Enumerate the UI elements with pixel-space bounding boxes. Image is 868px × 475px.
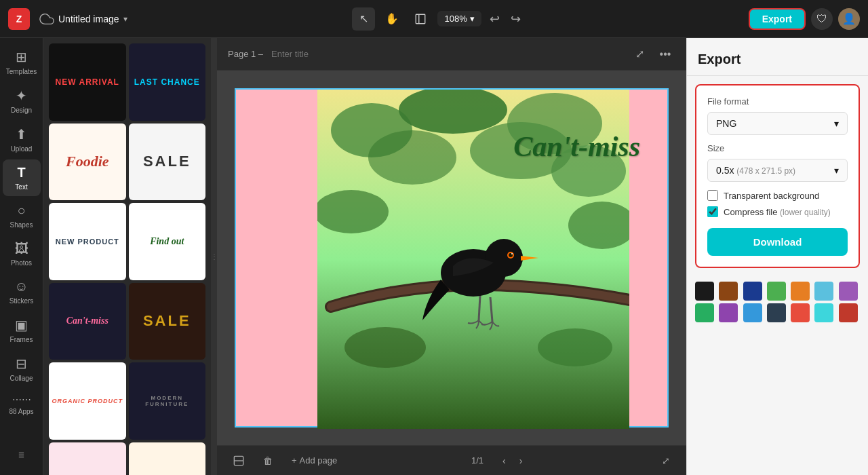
svg-point-19	[538, 328, 612, 366]
cloud-icon	[39, 12, 54, 26]
bottom-icon: ☰	[18, 451, 24, 459]
stickers-icon: ☺	[14, 279, 28, 294]
redo-button[interactable]: ↪	[508, 9, 524, 29]
sidebar-item-design[interactable]: ✦ Design	[3, 82, 41, 119]
select-tool-button[interactable]: ↖	[352, 7, 375, 31]
canvas-text[interactable]: Can't-miss	[513, 130, 640, 163]
prev-page-button[interactable]: ‹	[497, 453, 511, 469]
canvas-area: Page 1 – ⤢ •••	[217, 38, 686, 475]
expand-button[interactable]: ⤢	[629, 44, 650, 64]
sidebar-item-photos[interactable]: 🖼 Photos	[3, 235, 41, 272]
color-swatch[interactable]	[695, 303, 714, 322]
compress-file-checkbox[interactable]	[707, 206, 718, 217]
sidebar-item-label: Stickers	[9, 297, 34, 305]
sidebar-item-label: Collage	[10, 375, 33, 382]
template-card[interactable]: ORGANIC PRODUCT	[49, 362, 126, 440]
next-page-button[interactable]: ›	[514, 453, 528, 469]
sidebar-item-collage[interactable]: ⊟ Collage	[3, 350, 41, 387]
size-chevron-icon: ▾	[834, 165, 839, 176]
fullscreen-button[interactable]: ⤢	[656, 453, 675, 469]
add-page-button[interactable]: + Add page	[286, 453, 342, 468]
shield-button[interactable]: 🛡	[811, 8, 833, 30]
color-swatch[interactable]	[743, 303, 762, 322]
document-title-area: Untitled image ▾	[39, 12, 127, 26]
user-avatar[interactable]: 👤	[838, 8, 860, 30]
sidebar-item-templates[interactable]: ⊞ Templates	[3, 43, 41, 81]
template-card[interactable]: SALE	[129, 124, 206, 201]
template-card[interactable]: Foodie	[49, 124, 126, 201]
canvas-scroll[interactable]: Can't-miss	[217, 71, 686, 445]
sidebar-item-label: Shapes	[10, 221, 33, 229]
template-card[interactable]: Can't-miss	[49, 283, 126, 360]
frames-icon: ▣	[15, 317, 28, 333]
page-label: Page 1 –	[228, 49, 263, 59]
sidebar-item-upload[interactable]: ⬆ Upload	[3, 121, 41, 158]
color-swatch[interactable]	[743, 282, 762, 301]
page-count: 1/1	[471, 455, 484, 466]
undo-button[interactable]: ↩	[487, 9, 502, 29]
export-panel-title: Export	[687, 38, 868, 76]
sidebar-item-label: Text	[15, 183, 27, 191]
color-swatch[interactable]	[791, 303, 810, 322]
sidebar-item-label: Upload	[11, 145, 33, 153]
main-area: ⊞ Templates ✦ Design ⬆ Upload T Text ○ S…	[0, 38, 868, 475]
color-swatch[interactable]	[814, 282, 833, 301]
sidebar-item-shapes[interactable]: ○ Shapes	[3, 197, 41, 234]
sidebar-item-label: Templates	[6, 68, 37, 75]
format-chevron-icon: ▾	[834, 118, 839, 129]
template-card[interactable]: Exclusive Jewelry	[129, 442, 206, 476]
color-swatch[interactable]	[791, 282, 810, 301]
sidebar-item-label: Frames	[10, 336, 33, 343]
template-card[interactable]: NEW ARRIVAL	[49, 43, 126, 121]
template-card[interactable]: Find out	[129, 203, 206, 280]
app-logo[interactable]: Z	[8, 8, 30, 30]
color-swatch[interactable]	[814, 303, 833, 322]
template-card[interactable]: MODERN FURNITURE	[129, 362, 206, 440]
sidebar-item-stickers[interactable]: ☺ Stickers	[3, 273, 41, 310]
doc-title[interactable]: Untitled image	[58, 14, 119, 24]
export-button[interactable]: Export	[749, 8, 806, 30]
download-button[interactable]: Download	[707, 228, 848, 256]
sidebar-item-label: 88 Apps	[9, 408, 33, 415]
transparent-bg-label[interactable]: Transparent background	[724, 191, 819, 201]
doc-chevron[interactable]: ▾	[123, 14, 127, 24]
color-swatch[interactable]	[695, 282, 714, 301]
sidebar-item-frames[interactable]: ▣ Frames	[3, 311, 41, 349]
upload-icon: ⬆	[16, 126, 27, 142]
color-swatch[interactable]	[719, 282, 738, 301]
sidebar-item-apps[interactable]: ⋯⋯ 88 Apps	[3, 389, 41, 421]
frame-tool-button[interactable]	[409, 7, 432, 31]
size-select[interactable]: 0.5x (478 x 271.5 px) ▾	[707, 159, 848, 182]
move-tool-button[interactable]: ✋	[380, 7, 403, 31]
sidebar-item-label: Photos	[11, 259, 32, 267]
color-swatch[interactable]	[839, 303, 858, 322]
color-swatch[interactable]	[767, 303, 786, 322]
template-card[interactable]: SALE	[129, 283, 206, 360]
more-options-button[interactable]: •••	[655, 44, 675, 64]
left-sidebar-nav: ⊞ Templates ✦ Design ⬆ Upload T Text ○ S…	[0, 38, 43, 475]
zoom-button[interactable]: 108% ▾	[437, 11, 481, 26]
apps-icon: ⋯⋯	[12, 394, 31, 405]
color-swatch[interactable]	[839, 282, 858, 301]
file-format-select[interactable]: PNG ▾	[707, 112, 848, 135]
canvas-bottom: 🗑 + Add page 1/1 ‹ › ⤢	[217, 445, 686, 475]
canvas-frame[interactable]: Can't-miss	[235, 88, 669, 428]
svg-point-7	[368, 130, 456, 185]
panel-resize-handle[interactable]: ⋮	[212, 38, 217, 475]
color-swatch[interactable]	[719, 303, 738, 322]
color-swatch[interactable]	[767, 282, 786, 301]
header: Z Untitled image ▾ ↖ ✋ 108% ▾ ↩ ↪ Export…	[0, 0, 868, 38]
svg-point-10	[485, 239, 523, 277]
compress-file-label[interactable]: Compress file (lower quality)	[724, 207, 831, 217]
delete-page-button[interactable]: 🗑	[258, 453, 278, 469]
template-card[interactable]: Can't-miss	[49, 442, 126, 476]
photos-icon: 🖼	[15, 241, 28, 256]
page-thumbnail-button[interactable]	[228, 453, 250, 469]
transparent-bg-checkbox[interactable]	[707, 190, 718, 201]
template-card[interactable]: LAST CHANCE	[129, 43, 206, 121]
template-card[interactable]: NEW PRODUCT	[49, 203, 126, 280]
page-title-input[interactable]	[271, 49, 385, 59]
sidebar-item-bottom[interactable]: ☰	[3, 446, 41, 464]
sidebar-item-text[interactable]: T Text	[3, 159, 41, 196]
transparent-bg-row: Transparent background	[707, 190, 848, 201]
